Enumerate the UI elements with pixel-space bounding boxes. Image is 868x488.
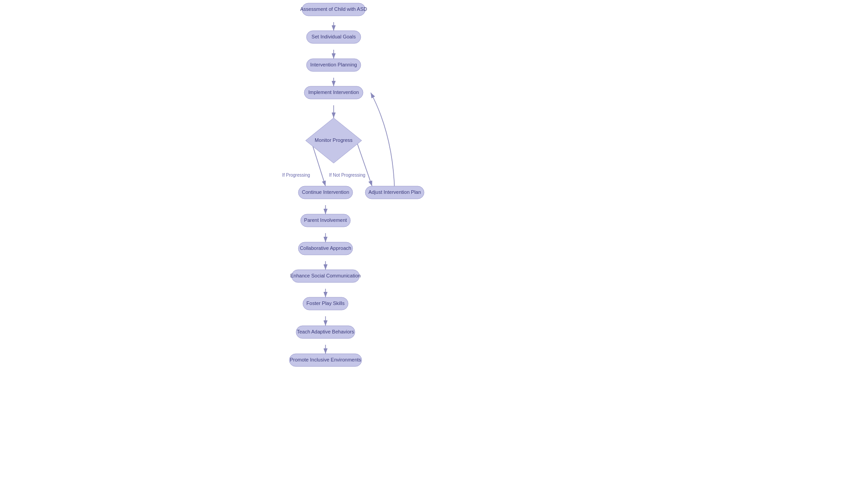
label-parent: Parent Involvement (304, 217, 347, 223)
label-if-progressing: If Progressing (282, 173, 310, 178)
flowchart-container: Assessment of Child with ASD Set Individ… (0, 0, 868, 488)
label-collaborative: Collaborative Approach (300, 245, 351, 251)
label-goals: Set Individual Goals (311, 34, 356, 39)
label-assessment: Assessment of Child with ASD (300, 6, 367, 12)
label-continue: Continue Intervention (302, 189, 349, 195)
label-adjust: Adjust Intervention Plan (368, 189, 421, 195)
label-planning: Intervention Planning (310, 62, 357, 67)
label-monitor: Monitor Progress (315, 137, 353, 143)
label-adaptive: Teach Adaptive Behaviors (297, 329, 354, 334)
arrow-adjust-implement (371, 93, 395, 192)
label-implement: Implement Intervention (308, 89, 359, 95)
arrow-monitor-adjust (356, 141, 372, 186)
label-play: Foster Play Skills (307, 300, 345, 306)
label-if-not-progressing: If Not Progressing (329, 173, 365, 178)
label-inclusive: Promote Inclusive Environments (290, 357, 361, 362)
label-social: Enhance Social Communication (290, 273, 361, 278)
